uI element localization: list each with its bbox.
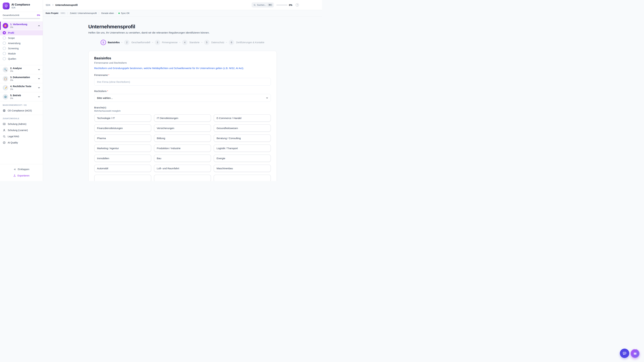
overall-progress: Gesamtfortschritt 0% xyxy=(0,12,43,21)
chevron-down-icon xyxy=(38,68,40,71)
sync-label: Sync OK xyxy=(121,12,130,14)
export-button[interactable]: Exportieren xyxy=(3,173,40,178)
branchen-hint: Mehrfachauswahl moeglich xyxy=(94,110,271,112)
phase-subnav: Profil Scope Anwendung Screening Module … xyxy=(0,30,43,65)
question-icon: ? xyxy=(297,4,298,6)
branche-option-partial[interactable] xyxy=(214,175,271,181)
sidebar-item-ai-quality[interactable]: AI Quality xyxy=(0,139,43,146)
section-header-maschinenrecht: MASCHINENRECHT / CE xyxy=(0,101,43,107)
overall-progress-bar xyxy=(3,18,40,19)
search-placeholder: Suchen... xyxy=(257,4,266,6)
branche-option-it-dienstleistungen[interactable]: IT Dienstleistungen xyxy=(154,114,211,122)
chevrons-left-icon xyxy=(14,168,16,171)
branche-option-technologie-it[interactable]: Technologie / IT xyxy=(94,114,151,122)
subnav-label: Module xyxy=(8,52,16,55)
divider xyxy=(68,12,68,14)
phase-progress: 0% xyxy=(10,97,36,99)
select-value: Bitte wählen... xyxy=(97,96,113,99)
module-label: Schulung (Admin) xyxy=(8,123,26,125)
branche-option-finanzdienstleistungen[interactable]: Finanzdienstleistungen xyxy=(94,124,151,132)
sidebar-item-quellen[interactable]: Quellen xyxy=(0,56,43,61)
step-datenschutz[interactable]: 5 Datenschutz xyxy=(204,40,224,45)
breadcrumb: SDK Unternehmensprofil xyxy=(46,4,78,6)
sidebar-item-schulung-learner[interactable]: Schulung (Learner) xyxy=(0,127,43,133)
sidebar-item-module[interactable]: Module xyxy=(0,51,43,56)
step-zertifizierungen[interactable]: 6 Zertifizierungen & Kontakte xyxy=(229,40,264,45)
branche-option-marketing-agentur[interactable]: Marketing / Agentur xyxy=(94,144,151,152)
sidebar-phase-vorbereitung[interactable]: 🎯 1. Vorbereitung 0% xyxy=(0,22,43,30)
branche-option-automobil[interactable]: Automobil xyxy=(94,165,151,172)
basisinfos-card: Basisinfos Firmenname und Rechtsform Rec… xyxy=(88,51,277,181)
branche-option-versicherungen[interactable]: Versicherungen xyxy=(154,124,211,132)
branche-option-bildung[interactable]: Bildung xyxy=(154,134,211,142)
last-saved-time: Gerade eben xyxy=(101,12,114,14)
firmenname-input[interactable] xyxy=(94,78,271,86)
status-bar: Kein Projekt V001 Zuletzt: Unternehmensp… xyxy=(43,10,322,16)
help-button[interactable]: ? xyxy=(296,3,299,6)
branche-option-logistik-transport[interactable]: Logistik / Transport xyxy=(214,144,271,152)
sidebar-item-legal-rag[interactable]: Legal RAG xyxy=(0,133,43,139)
header-progress-value: 0% xyxy=(289,4,292,6)
search-icon xyxy=(3,135,6,138)
step-number: 3 xyxy=(155,40,160,45)
step-standorte[interactable]: 4 Standorte xyxy=(182,40,200,45)
branche-option-bau[interactable]: Bau xyxy=(154,155,211,162)
radio-icon xyxy=(3,47,6,50)
section-header-zusatzmodule: ZUSATZMODULE xyxy=(0,115,43,121)
step-firmengroesse[interactable]: 3 Firmengroesse xyxy=(155,40,178,45)
radio-selected-icon xyxy=(3,31,6,34)
sidebar-phase-dokumentation[interactable]: 📋 3. Dokumentation 0% xyxy=(0,74,43,83)
breadcrumb-sdk[interactable]: SDK xyxy=(46,4,50,6)
branche-option-beratung-consulting[interactable]: Beratung / Consulting xyxy=(214,134,271,142)
branche-option-produktion-industrie[interactable]: Produktion / Industrie xyxy=(154,144,211,152)
branche-option-immobilien[interactable]: Immobilien xyxy=(94,155,151,162)
module-label: Legal RAG xyxy=(8,135,19,138)
chevron-down-icon xyxy=(38,86,40,89)
step-label: Basisinfos xyxy=(108,41,120,44)
branche-option-luft-und-raumfahrt[interactable]: Luft- und Raumfahrt xyxy=(154,165,211,172)
clipboard-icon: 📋 xyxy=(3,76,8,81)
collapse-sidebar-button[interactable]: Einklappen xyxy=(3,167,40,172)
branchen-grid: Technologie / IT IT Dienstleistungen E-C… xyxy=(94,114,271,181)
step-separator xyxy=(152,42,153,43)
sidebar-phase-betrieb[interactable]: ⚙️ 5. Betrieb 0% xyxy=(0,92,43,101)
phase-progress: 0% xyxy=(10,70,36,72)
app-title-block: AI Compliance SDK xyxy=(12,3,30,9)
step-separator xyxy=(201,42,202,43)
sync-status: Sync OK xyxy=(118,12,130,14)
app-subtitle: SDK xyxy=(12,6,30,9)
sidebar-phase-analyse[interactable]: 🔍 2. Analyse 0% xyxy=(0,65,43,74)
branche-option-partial[interactable] xyxy=(154,175,211,181)
sidebar-item-schulung-admin[interactable]: Schulung (Admin) xyxy=(0,121,43,127)
chevron-down-icon xyxy=(38,77,40,80)
phase-title: 3. Dokumentation xyxy=(10,76,36,79)
phase-progress: 0% xyxy=(10,88,36,90)
sidebar-item-ce-compliance[interactable]: CE-Compliance (IACE) xyxy=(0,107,43,114)
memo-icon: 📝 xyxy=(3,85,8,90)
breadcrumb-current: Unternehmensprofil xyxy=(55,4,78,6)
app-title: AI Compliance xyxy=(12,3,30,6)
branche-option-gesundheitswesen[interactable]: Gesundheitswesen xyxy=(214,124,271,132)
step-separator xyxy=(121,42,122,43)
step-basisinfos[interactable]: 1 Basisinfos xyxy=(100,40,120,45)
card-subtitle: Firmenname und Rechtsform xyxy=(94,61,271,64)
sidebar-item-screening[interactable]: Screening xyxy=(0,46,43,51)
required-asterisk: * xyxy=(107,90,108,92)
branche-option-energie[interactable]: Energie xyxy=(214,155,271,162)
branche-option-maschinenbau[interactable]: Maschinenbau xyxy=(214,165,271,172)
sidebar-item-profil[interactable]: Profil xyxy=(0,30,43,35)
app-root: AI Compliance SDK Gesamtfortschritt 0% 🎯… xyxy=(0,0,322,181)
step-label: Standorte xyxy=(189,41,200,44)
branche-option-pharma[interactable]: Pharma xyxy=(94,134,151,142)
sidebar: AI Compliance SDK Gesamtfortschritt 0% 🎯… xyxy=(0,0,43,181)
search-button[interactable]: Suchen... ⌘K xyxy=(252,2,274,7)
sidebar-item-scope[interactable]: Scope xyxy=(0,35,43,40)
radio-icon xyxy=(3,52,6,55)
sidebar-item-anwendung[interactable]: Anwendung xyxy=(0,40,43,46)
sidebar-phase-rechtliche-texte[interactable]: 📝 4. Rechtliche Texte 0% xyxy=(0,83,43,92)
rechtsform-select[interactable]: Bitte wählen... xyxy=(94,94,271,102)
step-geschaeftsmodell[interactable]: 2 Geschaeftsmodell xyxy=(124,40,150,45)
branche-option-ecommerce-handel[interactable]: E-Commerce / Handel xyxy=(214,114,271,122)
branche-option-partial[interactable] xyxy=(94,175,151,181)
book-open-icon xyxy=(3,122,6,125)
